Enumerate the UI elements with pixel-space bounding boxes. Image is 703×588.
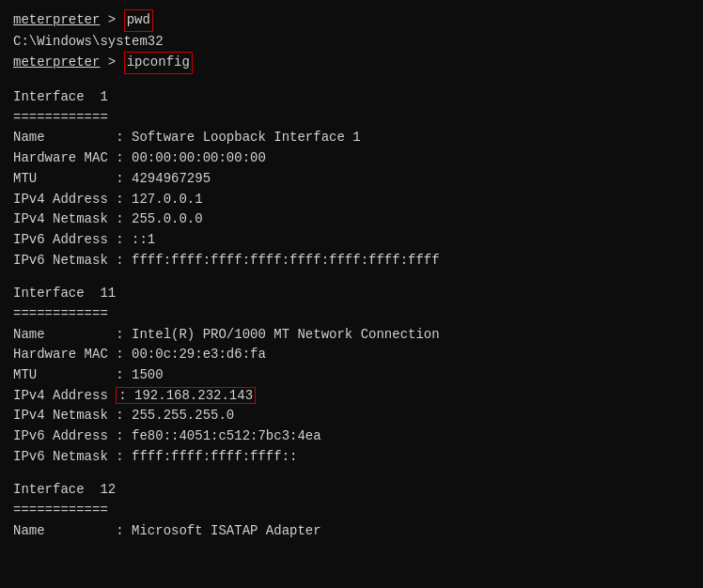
- interface-11-sep: ============: [13, 304, 690, 325]
- interface-12-title: Interface 12: [13, 480, 690, 501]
- interface-11-title: Interface 11: [13, 284, 690, 304]
- arrow-2: >: [100, 53, 123, 73]
- if1-mtu: MTU : 4294967295: [13, 169, 690, 190]
- cmd2-box: ipconfig: [124, 52, 193, 74]
- if11-name: Name : Intel(R) PRO/1000 MT Network Conn…: [13, 325, 690, 346]
- ipv4-highlight: : 192.168.232.143: [116, 387, 256, 404]
- interface-11-section: Interface 11 ============ Name : Intel(R…: [13, 284, 690, 467]
- prompt-2: meterpreter: [13, 53, 100, 73]
- interface-12-sep: ============: [13, 501, 690, 521]
- if1-name: Name : Software Loopback Interface 1: [13, 128, 690, 148]
- if11-ipv6mask: IPv6 Netmask : ffff:ffff:ffff:ffff::: [13, 447, 690, 468]
- terminal-window: meterpreter > pwd C:\Windows\system32 me…: [13, 9, 690, 542]
- if11-mtu: MTU : 1500: [13, 365, 690, 386]
- command-line-2: meterpreter > ipconfig: [13, 52, 690, 74]
- interface-1-section: Interface 1 ============ Name : Software…: [13, 87, 690, 271]
- if1-ipv4mask: IPv4 Netmask : 255.0.0.0: [13, 209, 690, 230]
- if1-ipv4addr: IPv4 Address : 127.0.0.1: [13, 190, 690, 210]
- if11-ipv4addr: IPv4 Address : 192.168.232.143: [13, 386, 690, 407]
- pwd-output: C:\Windows\system32: [13, 32, 690, 53]
- arrow-1: >: [100, 10, 123, 31]
- cmd1-box: pwd: [124, 9, 153, 32]
- if11-mac: Hardware MAC : 00:0c:29:e3:d6:fa: [13, 345, 690, 365]
- if11-ipv6addr: IPv6 Address : fe80::4051:c512:7bc3:4ea: [13, 426, 690, 447]
- command-line-1: meterpreter > pwd: [13, 9, 690, 32]
- interface-1-title: Interface 1: [13, 87, 690, 108]
- interface-1-sep: ============: [13, 108, 690, 129]
- if12-name: Name : Microsoft ISATAP Adapter: [13, 521, 690, 542]
- if1-ipv6addr: IPv6 Address : ::1: [13, 230, 690, 251]
- if1-ipv6mask: IPv6 Netmask : ffff:ffff:ffff:ffff:ffff:…: [13, 251, 690, 271]
- if1-mac: Hardware MAC : 00:00:00:00:00:00: [13, 148, 690, 169]
- interface-12-section: Interface 12 ============ Name : Microso…: [13, 480, 690, 541]
- if11-ipv4mask: IPv4 Netmask : 255.255.255.0: [13, 406, 690, 426]
- prompt-1: meterpreter: [13, 10, 100, 31]
